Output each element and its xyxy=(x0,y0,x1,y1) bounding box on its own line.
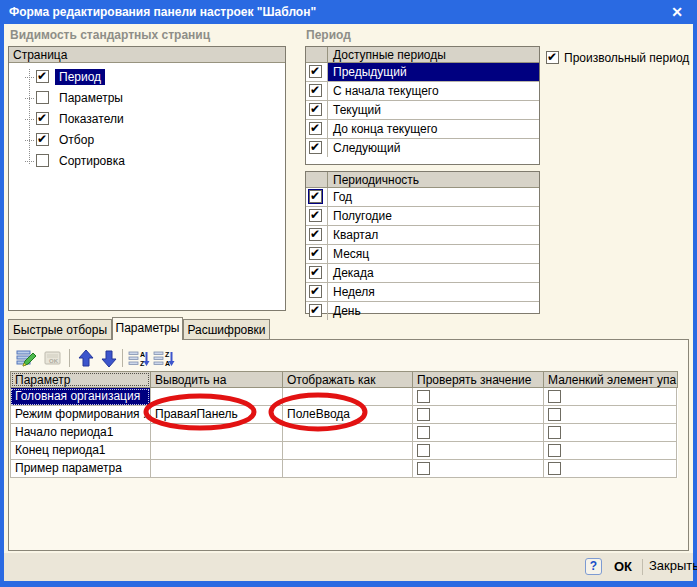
list-item-label[interactable]: Следующий xyxy=(328,139,539,157)
list-item[interactable]: Следующий xyxy=(306,139,539,157)
list-item-label[interactable]: Месяц xyxy=(328,245,539,264)
table-cell-display[interactable] xyxy=(282,424,412,442)
parameters-table[interactable]: Параметр Выводить на Отображать как Пров… xyxy=(10,371,678,478)
table-cell-display[interactable]: ПолеВвода xyxy=(282,406,412,424)
tree-item-label[interactable]: Показатели xyxy=(55,111,128,127)
checkbox[interactable] xyxy=(309,247,322,260)
help-button[interactable]: ? xyxy=(585,558,602,575)
table-cell-output[interactable]: ПраваяПанель xyxy=(150,406,282,424)
checkbox[interactable] xyxy=(548,426,561,439)
checkbox[interactable] xyxy=(548,444,561,457)
checkbox[interactable] xyxy=(548,390,561,403)
checkbox[interactable] xyxy=(417,426,430,439)
table-cell-small-element[interactable] xyxy=(543,406,677,424)
tab-parameters[interactable]: Параметры xyxy=(112,317,183,340)
table-cell-small-element[interactable] xyxy=(543,460,677,478)
table-cell-param[interactable]: Конец периода1 xyxy=(10,442,150,460)
checkbox[interactable] xyxy=(309,190,322,203)
list-item-label[interactable]: До конца текущего xyxy=(328,120,539,139)
list-item[interactable]: Предыдущий xyxy=(306,63,539,82)
list-item[interactable]: Месяц xyxy=(306,245,539,264)
list-item[interactable]: День xyxy=(306,302,539,320)
checkbox[interactable] xyxy=(417,444,430,457)
arbitrary-period-checkbox[interactable]: Произвольный период xyxy=(546,51,691,67)
list-item[interactable]: Квартал xyxy=(306,226,539,245)
table-cell-output[interactable] xyxy=(150,442,282,460)
list-item[interactable]: Текущий xyxy=(306,101,539,120)
tree-item-filter[interactable]: Отбор xyxy=(9,130,285,151)
checkbox[interactable] xyxy=(417,462,430,475)
list-item[interactable]: С начала текущего xyxy=(306,82,539,101)
checkbox[interactable] xyxy=(417,390,430,403)
list-item-label[interactable]: Декада xyxy=(328,264,539,283)
tree-item-label[interactable]: Параметры xyxy=(55,90,127,106)
tab-drilldowns[interactable]: Расшифровки xyxy=(183,319,270,339)
tab-quick-filters[interactable]: Быстрые отборы xyxy=(8,319,112,339)
list-item[interactable]: До конца текущего xyxy=(306,120,539,139)
column-header[interactable]: Проверять значение xyxy=(412,371,544,388)
list-item-label[interactable]: Полугодие xyxy=(328,207,539,226)
list-item-label[interactable]: Квартал xyxy=(328,226,539,245)
list-item-label[interactable]: Предыдущий xyxy=(328,63,539,82)
checkbox[interactable] xyxy=(548,462,561,475)
table-cell-small-element[interactable] xyxy=(543,388,677,406)
checkbox[interactable] xyxy=(546,51,559,64)
move-down-icon[interactable] xyxy=(98,348,120,369)
tree-item-label[interactable]: Отбор xyxy=(55,132,98,148)
checkbox[interactable] xyxy=(36,154,49,167)
checkbox[interactable] xyxy=(309,65,322,78)
tree-item-parameters[interactable]: Параметры xyxy=(9,88,285,109)
column-header[interactable]: Выводить на xyxy=(150,371,283,388)
close-button[interactable]: Закрыть xyxy=(649,558,697,578)
checkbox[interactable] xyxy=(309,285,322,298)
column-header[interactable]: Маленкий элемент упа... xyxy=(543,371,678,388)
checkbox[interactable] xyxy=(36,91,49,104)
list-item[interactable]: Неделя xyxy=(306,283,539,302)
checkbox[interactable] xyxy=(36,112,49,125)
table-cell-check-value[interactable] xyxy=(412,424,543,442)
checkbox[interactable] xyxy=(417,408,430,421)
tree-item-indicators[interactable]: Показатели xyxy=(9,109,285,130)
list-item-label[interactable]: С начала текущего xyxy=(328,82,539,101)
table-cell-display[interactable] xyxy=(282,388,412,406)
tree-item-period[interactable]: Период xyxy=(9,67,285,88)
table-cell-small-element[interactable] xyxy=(543,424,677,442)
checkbox[interactable] xyxy=(309,209,322,222)
table-cell-check-value[interactable] xyxy=(412,406,543,424)
checkbox[interactable] xyxy=(548,408,561,421)
table-cell-output[interactable] xyxy=(150,460,282,478)
tree-item-sorting[interactable]: Сортировка xyxy=(9,151,285,172)
edit-parameter-icon[interactable] xyxy=(15,348,37,369)
sort-descending-icon[interactable]: Z A xyxy=(153,348,175,369)
list-item[interactable]: Декада xyxy=(306,264,539,283)
move-up-icon[interactable] xyxy=(75,348,97,369)
checkbox[interactable] xyxy=(36,133,49,146)
table-cell-display[interactable] xyxy=(282,442,412,460)
list-item[interactable]: Полугодие xyxy=(306,207,539,226)
checkbox[interactable] xyxy=(309,122,322,135)
checkbox[interactable] xyxy=(309,141,322,154)
list-item[interactable]: Год xyxy=(306,188,539,207)
table-cell-small-element[interactable] xyxy=(543,442,677,460)
table-cell-check-value[interactable] xyxy=(412,442,543,460)
checkbox[interactable] xyxy=(309,266,322,279)
table-cell-check-value[interactable] xyxy=(412,388,543,406)
table-cell-param[interactable]: Режим формирования ... xyxy=(10,406,150,424)
titlebar[interactable]: Форма редактирования панели настроек "Ша… xyxy=(0,0,697,24)
table-cell-param[interactable]: Головная организация xyxy=(10,388,150,406)
column-header[interactable]: Отображать как xyxy=(282,371,413,388)
list-item-label[interactable]: День xyxy=(328,302,539,320)
list-item-label[interactable]: Неделя xyxy=(328,283,539,302)
table-cell-display[interactable] xyxy=(282,460,412,478)
checkbox[interactable] xyxy=(309,84,322,97)
checkbox[interactable] xyxy=(309,228,322,241)
table-cell-param[interactable]: Пример параметра xyxy=(10,460,150,478)
ok-button[interactable]: ОК xyxy=(608,557,638,577)
list-item-label[interactable]: Год xyxy=(328,188,539,207)
available-periods-list[interactable]: Доступные периоды Предыдущий С начала те… xyxy=(305,46,540,165)
pages-tree[interactable]: Страница Период Параметры Показатели Отб… xyxy=(8,46,286,311)
periodicity-list[interactable]: Периодичность Год Полугодие Квартал Меся… xyxy=(305,171,540,314)
table-cell-param[interactable]: Начало периода1 xyxy=(10,424,150,442)
checkbox[interactable] xyxy=(309,304,322,317)
sort-ascending-icon[interactable]: A Z xyxy=(128,348,150,369)
